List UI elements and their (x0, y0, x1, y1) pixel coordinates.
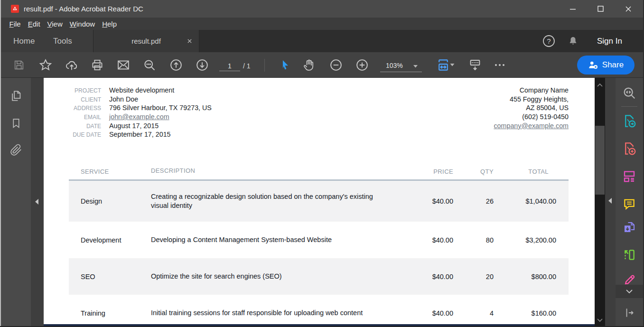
page-count-label: / 1 (243, 61, 251, 71)
invoice-table: SERVICEDESCRIPTIONPRICEQTYTOTAL DesignCr… (69, 163, 569, 327)
menu-window[interactable]: Window (66, 20, 98, 28)
select-tool-icon[interactable] (279, 59, 290, 71)
attachments-icon[interactable] (10, 144, 22, 156)
create-pdf-icon[interactable] (622, 141, 637, 156)
minimize-button[interactable] (559, 0, 587, 18)
invoice-meta-value-link[interactable]: john@example.com (109, 113, 169, 121)
title-bar: result.pdf - Adobe Acrobat Reader DC (0, 0, 644, 18)
organize-pages-icon[interactable] (622, 169, 636, 183)
column-header-description: DESCRIPTION (151, 166, 410, 175)
more-tools-strip[interactable] (616, 285, 643, 298)
star-icon[interactable] (39, 58, 52, 72)
fit-width-caret-icon[interactable] (450, 64, 455, 66)
cell-price: $40.00 (410, 273, 453, 280)
menu-edit[interactable]: Edit (24, 20, 44, 28)
help-icon[interactable]: ? (542, 35, 555, 49)
page-scrolling-icon[interactable] (468, 58, 482, 72)
tab-tools[interactable]: Tools (53, 30, 72, 52)
zoom-caret-icon (413, 62, 418, 69)
invoice-row-training: TrainingInitial training sessions for st… (69, 295, 569, 327)
invoice-meta-label: ADDRESS (69, 105, 101, 112)
close-button[interactable] (615, 0, 642, 18)
scrollbar-thumb[interactable] (595, 126, 605, 195)
tab-home[interactable]: Home (13, 30, 35, 52)
cell-description: Initial training sessions for staff resp… (151, 308, 410, 318)
bookmarks-icon[interactable] (10, 118, 22, 130)
vertical-scrollbar[interactable] (595, 78, 605, 327)
zoom-out-icon[interactable] (329, 58, 343, 72)
invoice-meta-value: Website development (109, 86, 174, 94)
maximize-button[interactable] (587, 0, 614, 18)
cell-qty: 26 (453, 197, 494, 205)
page-thumbnails-icon[interactable] (10, 90, 23, 103)
page-number-input[interactable]: 1 (219, 61, 240, 71)
scroll-down-icon[interactable] (597, 316, 603, 324)
crop-pages-icon[interactable] (623, 248, 636, 262)
save-icon[interactable] (13, 59, 25, 71)
previous-page-icon[interactable] (169, 58, 183, 72)
comment-tool-icon[interactable] (623, 197, 636, 211)
cell-price: $40.00 (410, 197, 453, 205)
hand-tool-icon[interactable] (302, 58, 316, 72)
cell-total: $1,040.00 (494, 197, 569, 205)
tab-close-icon[interactable] (187, 30, 192, 52)
more-tools-icon[interactable] (494, 63, 505, 67)
cell-qty: 20 (453, 273, 494, 280)
notification-bell-icon[interactable] (568, 36, 579, 48)
scroll-up-icon[interactable] (597, 81, 603, 89)
collapse-right-panel-icon[interactable] (608, 198, 612, 204)
cell-price: $40.00 (410, 309, 453, 317)
tab-document-label: result.pdf (131, 37, 161, 45)
column-header-price: PRICE (410, 168, 453, 175)
tab-document[interactable]: result.pdf (93, 30, 199, 52)
email-icon[interactable] (117, 58, 131, 72)
cell-qty: 80 (453, 236, 494, 244)
menu-file[interactable]: File (6, 20, 24, 28)
main-toolbar: 1 / 1 103% (0, 52, 644, 78)
collapse-left-panel-icon[interactable] (35, 199, 38, 205)
menu-view[interactable]: View (44, 20, 66, 28)
menu-bar: FileEditViewWindowHelp (0, 18, 644, 30)
menu-help[interactable]: Help (99, 20, 121, 28)
menu-items: FileEditViewWindowHelp (0, 18, 644, 30)
share-button[interactable]: Share (577, 56, 635, 75)
invoice-meta-row: CLIENTJohn Doe (69, 95, 212, 104)
search-icon[interactable] (143, 58, 156, 72)
export-pdf-icon[interactable] (622, 114, 637, 129)
company-line: (602) 519-0450 (494, 112, 569, 121)
rail-divider (621, 106, 637, 107)
invoice-meta-value: John Doe (109, 95, 138, 103)
cell-total: $160.00 (494, 309, 569, 317)
print-icon[interactable] (91, 59, 104, 72)
tab-left-block: Home Tools (0, 30, 93, 52)
invoice-meta-row: DUE DATESeptember 17, 2015 (69, 130, 212, 139)
invoice-meta-label: EMAIL (69, 114, 101, 121)
cloud-upload-icon[interactable] (65, 58, 79, 72)
next-page-icon[interactable] (196, 58, 209, 72)
invoice-meta-label: DATE (69, 123, 101, 130)
cell-price: $40.00 (410, 236, 453, 244)
zoom-level-dropdown[interactable]: 103% (380, 59, 422, 72)
cell-service: SEO (69, 273, 151, 280)
open-tools-pane-icon[interactable] (623, 307, 635, 319)
fit-width-icon[interactable] (436, 58, 450, 72)
company-email-link[interactable]: company@example.com (494, 121, 569, 131)
cell-description: Creating a recognizable design solution … (151, 192, 410, 210)
right-panel-collapse-gutter[interactable] (605, 78, 616, 327)
invoice-meta-value: August 17, 2015 (109, 122, 159, 130)
combine-files-icon[interactable] (622, 220, 636, 234)
invoice-meta: PROJECTWebsite developmentCLIENTJohn Doe… (69, 86, 212, 139)
left-panel-collapse-gutter[interactable] (31, 78, 44, 327)
invoice-meta-row: DATEAugust 17, 2015 (69, 121, 212, 131)
sign-in-button[interactable]: Sign In (597, 30, 622, 52)
zoom-level-value: 103% (386, 62, 403, 69)
toolbar-divider (264, 59, 265, 72)
invoice-meta-row: ADDRESS796 Silver Harbour, TX 79273, US (69, 103, 212, 112)
company-line: AZ 85004, US (494, 103, 569, 112)
find-tool-icon[interactable] (622, 86, 636, 100)
invoice-table-body: DesignCreating a recognizable design sol… (69, 181, 569, 327)
share-button-label: Share (602, 60, 624, 70)
column-header-service: SERVICE (69, 168, 151, 175)
zoom-in-icon[interactable] (355, 58, 369, 72)
cell-total: $800.00 (494, 273, 569, 280)
